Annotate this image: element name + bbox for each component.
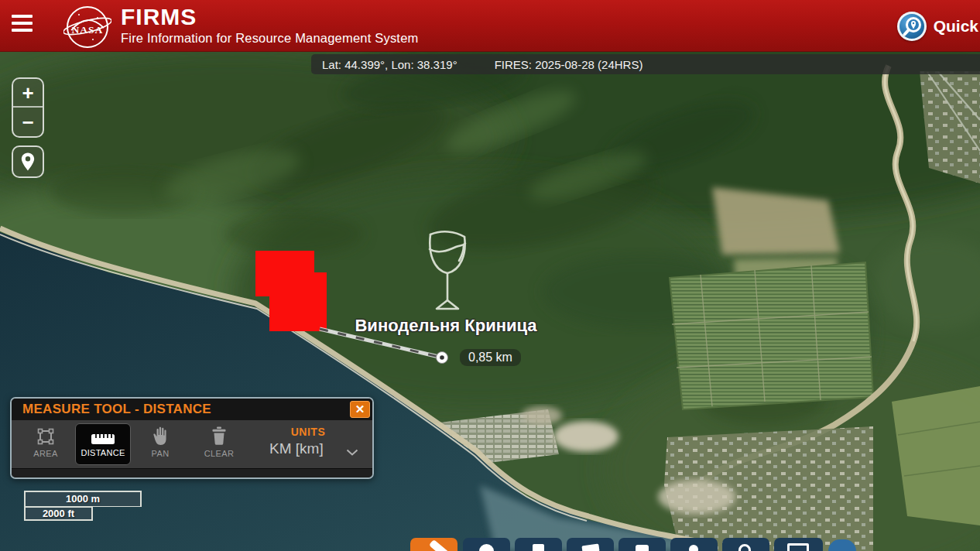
scale-bar-imperial: 2000 ft bbox=[24, 507, 93, 521]
app-header: NASA FIRMS Fire Information for Resource… bbox=[0, 0, 980, 52]
flag-icon bbox=[581, 544, 599, 551]
toolbar-button-8[interactable] bbox=[774, 538, 823, 551]
fires-date: FIRES: 2025-08-28 (24HRS) bbox=[495, 58, 643, 71]
square-icon bbox=[533, 544, 544, 551]
scale-bar-metric: 1000 m bbox=[24, 491, 142, 507]
units-label: UNITS bbox=[275, 426, 341, 438]
close-icon[interactable]: ✕ bbox=[350, 401, 370, 418]
quick-search-label[interactable]: Quick bbox=[934, 17, 978, 36]
measure-tool-titlebar[interactable]: MEASURE TOOL - DISTANCE ✕ bbox=[12, 399, 372, 420]
measure-distance-label: 0,85 km bbox=[460, 349, 521, 366]
brand: FIRMS Fire Information for Resource Mana… bbox=[121, 5, 418, 46]
pan-tool-button[interactable]: PAN bbox=[139, 426, 182, 458]
toolbar-measure-button[interactable] bbox=[410, 538, 457, 551]
zoom-control: + − bbox=[12, 77, 44, 138]
zoom-in-button[interactable]: + bbox=[13, 79, 43, 108]
circle-icon bbox=[479, 544, 494, 551]
layers-icon bbox=[636, 545, 649, 551]
clear-tool-button[interactable]: CLEAR bbox=[196, 426, 242, 458]
measure-tool-footer bbox=[12, 468, 372, 479]
units-dropdown[interactable]: KM [km] bbox=[269, 440, 324, 457]
app-subtitle: Fire Information for Resource Management… bbox=[121, 31, 418, 46]
toolbar-button-6[interactable] bbox=[670, 538, 718, 551]
quick-search-icon[interactable] bbox=[897, 12, 927, 41]
toolbar-button-5[interactable] bbox=[618, 538, 666, 551]
wine-glass-icon[interactable] bbox=[420, 227, 475, 315]
app-title: FIRMS bbox=[121, 5, 418, 29]
measure-tool-body: AREA DISTANCE PAN bbox=[12, 420, 372, 468]
hand-icon bbox=[139, 426, 182, 446]
location-pin-icon bbox=[19, 152, 37, 172]
monitor-icon bbox=[787, 543, 809, 551]
map-info-bar: Lat: 44.399°, Lon: 38.319° FIRES: 2025-0… bbox=[311, 54, 980, 74]
quick-search[interactable]: Quick bbox=[897, 0, 980, 52]
menu-icon[interactable] bbox=[12, 15, 33, 36]
ring-icon bbox=[738, 544, 751, 551]
toolbar-button-7[interactable] bbox=[722, 538, 769, 551]
poi-label[interactable]: Винодельня Криница bbox=[350, 316, 542, 336]
ruler-icon bbox=[76, 424, 130, 445]
svg-text:NASA: NASA bbox=[72, 24, 104, 36]
trash-icon bbox=[196, 426, 242, 446]
firms-app: Винодельня Криница 0,85 km NASA FIRMS Fi… bbox=[0, 0, 980, 551]
polygon-area-icon bbox=[24, 426, 67, 446]
chevron-down-icon[interactable] bbox=[346, 445, 358, 459]
measure-tool-title: MEASURE TOOL - DISTANCE bbox=[22, 402, 211, 417]
toolbar-button-4[interactable] bbox=[567, 538, 614, 551]
locate-button[interactable] bbox=[12, 145, 44, 178]
distance-tool-button[interactable]: DISTANCE bbox=[75, 423, 131, 465]
toolbar-button-2[interactable] bbox=[463, 538, 510, 551]
measure-tool-panel: MEASURE TOOL - DISTANCE ✕ AREA bbox=[10, 397, 374, 479]
zoom-out-button[interactable]: − bbox=[13, 108, 43, 136]
person-icon bbox=[689, 545, 698, 551]
nasa-logo: NASA bbox=[63, 2, 111, 50]
cursor-coordinates: Lat: 44.399°, Lon: 38.319° bbox=[322, 58, 457, 71]
ruler-icon bbox=[429, 539, 449, 551]
area-tool-button[interactable]: AREA bbox=[24, 426, 67, 458]
toolbar-button-3[interactable] bbox=[515, 538, 562, 551]
